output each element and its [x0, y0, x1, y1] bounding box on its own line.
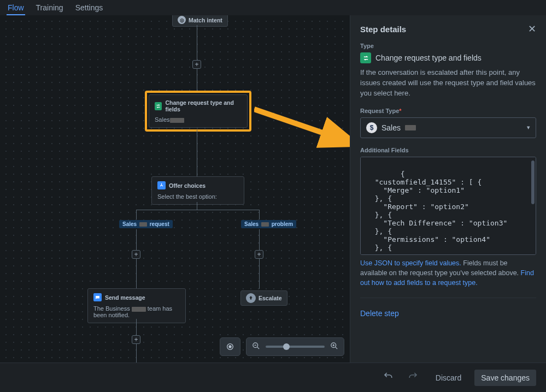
type-description: If the conversation is escalated after t… — [360, 68, 536, 99]
svg-line-5 — [257, 347, 259, 349]
change-card-title: Change request type and fields — [165, 99, 242, 112]
offer-title: Offer choices — [169, 182, 206, 189]
zoom-slider[interactable] — [266, 346, 325, 348]
add-step-button-right[interactable]: + — [255, 250, 263, 259]
redo-button[interactable] — [404, 369, 422, 386]
svg-point-3 — [229, 346, 231, 348]
choices-icon — [157, 181, 166, 189]
helper-link-json[interactable]: Use JSON to specify field values. — [360, 259, 461, 267]
type-name: Change request type and fields — [375, 54, 482, 62]
request-type-label: Request Type — [360, 108, 399, 114]
tab-flow[interactable]: Flow — [7, 2, 25, 15]
close-icon[interactable]: ✕ — [528, 23, 536, 35]
save-changes-button[interactable]: Save changes — [474, 370, 536, 386]
top-tabs: Flow Training Settings — [0, 0, 546, 15]
footer: Discard Save changes — [0, 363, 546, 392]
json-content: { "customfield_14155" : [ { "Merge" : "o… — [366, 170, 507, 252]
node-match-intent[interactable]: ◎ Match intent — [172, 15, 228, 27]
branch-left[interactable]: Sales request — [119, 220, 173, 228]
node-send-message[interactable]: Send message The Business team has been … — [87, 288, 186, 323]
helper-text: Use JSON to specify field values. Fields… — [360, 258, 536, 288]
tab-training[interactable]: Training — [35, 2, 64, 15]
additional-fields-textarea[interactable]: { "customfield_14155" : [ { "Merge" : "o… — [360, 157, 536, 255]
node-offer-choices[interactable]: Offer choices Select the best option: — [151, 176, 244, 205]
flow-canvas[interactable]: ◎ Match intent + Change request type and… — [0, 15, 350, 363]
escalate-label-r: Escalate — [259, 295, 282, 301]
annotation-arrow — [254, 98, 350, 158]
add-step-button-bottom[interactable]: + — [132, 335, 140, 344]
chevron-down-icon: ▾ — [527, 124, 530, 131]
node-escalate-right[interactable]: Escalate — [240, 290, 287, 306]
zoom-in-button[interactable] — [330, 342, 338, 352]
send-title: Send message — [105, 294, 145, 301]
tab-settings[interactable]: Settings — [74, 2, 104, 15]
request-type-value: Sales — [381, 123, 401, 132]
request-type-select[interactable]: $ Sales ▾ — [360, 117, 536, 138]
scrollbar[interactable] — [531, 161, 535, 204]
dollar-icon: $ — [366, 122, 377, 133]
match-intent-label: Match intent — [189, 17, 222, 23]
zoom-slider-thumb[interactable] — [283, 343, 290, 350]
offer-body: Select the best option: — [157, 193, 238, 200]
send-icon — [93, 293, 102, 301]
node-change-request-highlighted[interactable]: Change request type and fields Sales — [145, 91, 251, 132]
svg-line-8 — [335, 347, 337, 349]
add-step-button-left[interactable]: + — [132, 250, 140, 259]
discard-button[interactable]: Discard — [429, 370, 468, 386]
step-details-panel: Step details ✕ Type Change request type … — [350, 15, 546, 363]
branch-right[interactable]: Sales problem — [241, 220, 296, 228]
target-icon: ◎ — [178, 16, 186, 24]
add-step-button-1[interactable]: + — [192, 60, 201, 69]
type-label: Type — [360, 43, 536, 49]
change-card-value: Sales — [155, 116, 170, 123]
canvas-controls — [220, 337, 344, 356]
additional-fields-label: Additional Fields — [360, 147, 536, 153]
redacted-text — [170, 118, 184, 123]
escalate-icon — [246, 293, 256, 303]
zoom-out-button[interactable] — [252, 342, 260, 352]
undo-button[interactable] — [379, 369, 397, 386]
panel-title: Step details — [360, 25, 406, 34]
recenter-button[interactable] — [220, 337, 240, 356]
change-icon — [360, 52, 371, 63]
delete-step-link[interactable]: Delete step — [360, 309, 399, 318]
svg-line-1 — [254, 109, 350, 143]
change-icon — [155, 102, 162, 110]
